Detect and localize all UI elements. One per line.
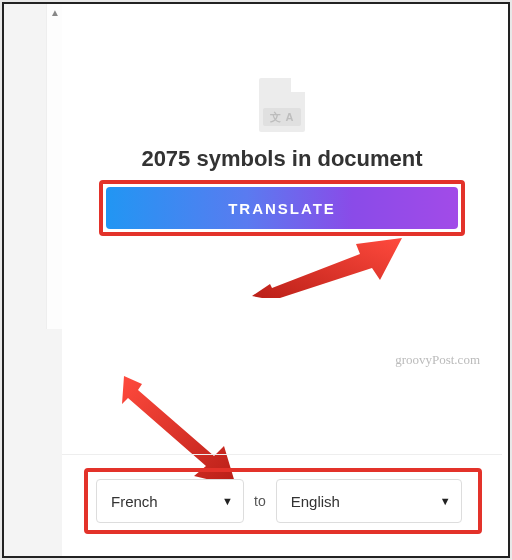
annotation-arrow-icon	[252, 238, 402, 298]
symbol-count-label: 2075 symbols in document	[62, 146, 502, 172]
translate-glyph-icon: 文 A	[263, 108, 301, 126]
translate-button[interactable]: TRANSLATE	[106, 187, 458, 229]
translate-doc-icon: 文 A	[249, 78, 315, 132]
panel-divider	[62, 454, 502, 455]
translate-panel: 文 A 2075 symbols in document TRANSLATE g…	[62, 4, 502, 556]
target-language-value: English	[291, 493, 340, 510]
chevron-down-icon: ▼	[440, 495, 451, 507]
gutter-scrollbar[interactable]: ▲	[46, 4, 62, 329]
document-gutter: ▲	[4, 4, 62, 556]
to-label: to	[254, 493, 266, 509]
translate-button-highlight: TRANSLATE	[99, 180, 465, 236]
scroll-up-icon[interactable]: ▲	[50, 7, 60, 18]
target-language-select[interactable]: English ▼	[276, 479, 462, 523]
chevron-down-icon: ▼	[222, 495, 233, 507]
language-selector-highlight: French ▼ to English ▼	[84, 468, 482, 534]
svg-marker-0	[252, 238, 402, 298]
source-language-select[interactable]: French ▼	[96, 479, 244, 523]
source-language-value: French	[111, 493, 158, 510]
screenshot-frame: ▲ 文 A 2075 symbols in document TRANSLATE…	[2, 2, 510, 558]
watermark-text: groovyPost.com	[395, 352, 480, 368]
